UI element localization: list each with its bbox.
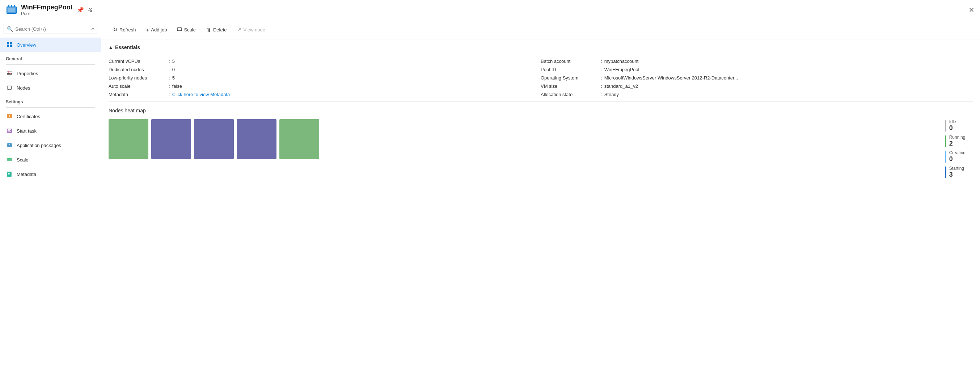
svg-rect-28	[9, 144, 10, 145]
sidebar-item-start-task[interactable]: Start task	[0, 123, 101, 138]
heatmap-node-3[interactable]	[237, 119, 277, 159]
sidebar: 🔍 « Overview General	[0, 20, 101, 375]
scale-icon-btn	[177, 27, 182, 33]
sidebar-item-metadata[interactable]: Metadata	[0, 167, 101, 181]
essentials-row-batch-account: Batch account : mybatchaccount	[541, 59, 973, 64]
starting-text: Starting 3	[949, 166, 964, 179]
metadata-link[interactable]: Click here to view Metadata	[172, 92, 230, 97]
os-label: Operating System	[541, 75, 598, 81]
toolbar: ↻ Refresh + Add job Scale 🗑 Delete	[101, 20, 980, 40]
svg-rect-23	[8, 129, 11, 130]
view-node-label: View node	[243, 27, 265, 33]
title-bar: WinFFmpegPool Pool 📌 🖨 ✕	[0, 0, 980, 20]
essentials-section: ▲ Essentials Current vCPUs : 5 Dedicated…	[101, 40, 980, 101]
svg-rect-33	[8, 173, 10, 174]
idle-label: Idle	[949, 119, 956, 124]
settings-divider	[6, 107, 95, 108]
essentials-right-col: Batch account : mybatchaccount Pool ID :…	[541, 59, 973, 97]
dedicated-label: Dedicated nodes	[108, 67, 167, 72]
search-icon: 🔍	[7, 26, 13, 32]
autoscale-value: false	[172, 84, 182, 89]
sidebar-item-properties-label: Properties	[17, 71, 38, 76]
heatmap-node-2[interactable]	[194, 119, 234, 159]
sidebar-item-overview[interactable]: Overview	[0, 38, 101, 52]
pin-icon[interactable]: 📌	[77, 6, 84, 13]
essentials-left-col: Current vCPUs : 5 Dedicated nodes : 0 Lo…	[108, 59, 541, 97]
delete-button[interactable]: 🗑 Delete	[202, 24, 231, 35]
essentials-title: Essentials	[115, 44, 140, 50]
starting-count: 3	[949, 171, 964, 179]
essentials-header[interactable]: ▲ Essentials	[108, 40, 973, 54]
search-input[interactable]	[15, 26, 91, 32]
batch-account-value: mybatchaccount	[605, 59, 639, 64]
essentials-row-allocation: Allocation state : Steady	[541, 92, 973, 97]
svg-rect-12	[7, 74, 12, 75]
title-text: WinFFmpegPool Pool	[21, 4, 72, 16]
sidebar-item-application-packages[interactable]: Application packages	[0, 138, 101, 152]
heatmap-node-0[interactable]	[108, 119, 148, 159]
sidebar-item-certificates-label: Certificates	[17, 114, 40, 119]
svg-rect-35	[177, 28, 182, 31]
svg-point-21	[9, 115, 10, 117]
refresh-label: Refresh	[119, 27, 136, 33]
add-job-icon: +	[146, 27, 150, 33]
scale-button[interactable]: Scale	[173, 24, 200, 35]
add-job-button[interactable]: + Add job	[142, 24, 172, 35]
page-title: WinFFmpegPool	[21, 4, 72, 11]
running-count: 2	[949, 140, 966, 147]
running-color	[945, 136, 947, 147]
sidebar-item-overview-label: Overview	[17, 42, 36, 48]
svg-rect-11	[7, 73, 12, 74]
heatmap-node-1[interactable]	[151, 119, 191, 159]
general-divider	[6, 64, 95, 65]
general-section-label: General	[0, 52, 101, 63]
refresh-button[interactable]: ↻ Refresh	[108, 24, 140, 35]
essentials-row-pool-id: Pool ID : WinFFmpegPool	[541, 67, 973, 72]
essentials-row-metadata: Metadata : Click here to view Metadata	[108, 92, 541, 97]
vcpus-value: 5	[172, 59, 175, 64]
sidebar-item-certificates[interactable]: Certificates	[0, 109, 101, 123]
heatmap-node-4[interactable]	[279, 119, 319, 159]
sidebar-item-scale-label: Scale	[17, 157, 29, 163]
view-node-icon: ↗	[237, 26, 242, 33]
creating-label: Creating	[949, 150, 966, 155]
content-area: ▲ Essentials Current vCPUs : 5 Dedicated…	[101, 40, 980, 375]
heatmap-title: Nodes heat map	[108, 108, 973, 114]
sidebar-item-scale[interactable]: Scale	[0, 152, 101, 167]
running-label: Running	[949, 135, 966, 140]
dedicated-value: 0	[172, 67, 175, 72]
close-button[interactable]: ✕	[969, 6, 974, 14]
autoscale-label: Auto scale	[108, 84, 167, 89]
svg-rect-2	[8, 8, 15, 12]
starting-label: Starting	[949, 166, 964, 171]
svg-rect-24	[8, 130, 10, 131]
view-node-button[interactable]: ↗ View node	[233, 24, 270, 35]
vmsize-label: VM size	[541, 84, 598, 89]
sidebar-item-nodes[interactable]: Nodes	[0, 81, 101, 95]
search-box: 🔍 «	[4, 24, 97, 34]
svg-rect-34	[8, 174, 10, 175]
settings-section-label: Settings	[0, 95, 101, 106]
svg-rect-6	[7, 42, 9, 44]
sidebar-item-start-task-label: Start task	[17, 128, 37, 134]
print-icon[interactable]: 🖨	[87, 7, 93, 13]
collapse-button[interactable]: «	[91, 26, 94, 32]
svg-point-5	[14, 5, 15, 6]
metadata-label: Metadata	[108, 92, 167, 97]
delete-label: Delete	[213, 27, 227, 33]
essentials-row-dedicated: Dedicated nodes : 0	[108, 67, 541, 72]
svg-point-4	[11, 5, 12, 6]
properties-icon	[6, 70, 13, 77]
starting-color	[945, 166, 947, 178]
sidebar-item-properties[interactable]: Properties	[0, 66, 101, 81]
creating-text: Creating 0	[949, 150, 966, 163]
legend-item-creating: Creating 0	[945, 150, 966, 163]
add-job-label: Add job	[151, 27, 167, 33]
application-packages-icon	[6, 142, 13, 149]
idle-text: Idle 0	[949, 119, 956, 132]
heatmap-legend: Idle 0 Running 2	[945, 119, 973, 179]
essentials-row-autoscale: Auto scale : false	[108, 84, 541, 89]
running-text: Running 2	[949, 135, 966, 147]
main-content: ↻ Refresh + Add job Scale 🗑 Delete	[101, 20, 980, 375]
os-value: MicrosoftWindowsServer WindowsServer 201…	[605, 75, 738, 81]
